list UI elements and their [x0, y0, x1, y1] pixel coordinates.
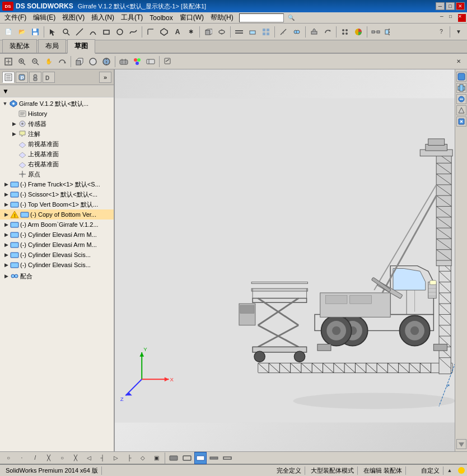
right-btn-4[interactable] [456, 105, 466, 115]
sketch-arc-tool[interactable] [87, 26, 99, 38]
menu-toolbox[interactable]: Toolbox [146, 13, 176, 22]
right-btn-bottom[interactable] [456, 439, 466, 449]
armboom-expand[interactable]: ▶ [2, 221, 10, 228]
bottom-btn-bar1[interactable] [208, 452, 220, 464]
save-button[interactable] [29, 26, 41, 38]
menu-window[interactable]: 窗口(W) [176, 12, 207, 23]
cyl4-expand[interactable]: ▶ [2, 261, 10, 269]
history-expand[interactable] [10, 110, 18, 118]
menu-search-input[interactable] [239, 13, 284, 22]
spline-tool[interactable] [127, 26, 139, 38]
section-view[interactable] [100, 55, 113, 68]
tree-root[interactable]: ▼ Girrafe V.1.2 默认<默认... [0, 99, 114, 109]
menu-tools[interactable]: 工具(T) [118, 12, 146, 23]
sketch-line-tool[interactable] [73, 26, 86, 38]
tree-front-plane[interactable]: 前视基准面 [0, 139, 114, 149]
root-expand[interactable]: ▼ [1, 100, 9, 108]
bottom-btn-x1[interactable]: ╳ [43, 452, 55, 464]
mates-expand[interactable]: ▶ [2, 272, 10, 280]
star-tool[interactable]: ✱ [185, 26, 197, 38]
bottom-btn-line[interactable]: / [29, 452, 41, 464]
property-manager-tab[interactable]: P [16, 72, 28, 83]
tree-item-cyl1[interactable]: ▶ (-) Cylinder Elevasi Arm M... [0, 230, 114, 240]
doc-restore-button[interactable]: □ [449, 14, 457, 22]
right-btn-2[interactable] [456, 83, 466, 93]
color-tool[interactable] [131, 55, 143, 68]
sketch-toolbar-btn[interactable] [162, 55, 174, 68]
close-button[interactable]: ✕ [456, 2, 465, 10]
menu-edit[interactable]: 编辑(E) [30, 12, 59, 23]
pattern-tool[interactable] [260, 26, 272, 38]
feature-manager-tab[interactable] [2, 72, 15, 83]
bottom-btn-h1[interactable]: ┤ [96, 452, 109, 464]
bottom-btn-circle2[interactable]: ○ [56, 452, 68, 464]
surface-tool[interactable] [246, 26, 259, 38]
doc-minimize-button[interactable]: ─ [440, 14, 448, 22]
cyl1-expand[interactable]: ▶ [2, 231, 10, 239]
circle-tool[interactable] [114, 26, 126, 38]
topvert-expand[interactable]: ▶ [2, 200, 10, 208]
frame-expand[interactable]: ▶ [2, 180, 10, 188]
copybot-expand[interactable]: ▶ [2, 211, 10, 218]
restore-button[interactable]: □ [446, 2, 455, 10]
tree-item-armboom[interactable]: ▶ (-) Arm Boom`Girrafe V.1.2... [0, 220, 114, 230]
bottom-btn-x2[interactable]: ╳ [69, 452, 82, 464]
right-plane-expand[interactable] [10, 160, 18, 168]
pie-chart-tool[interactable] [352, 26, 365, 38]
dimension-tool[interactable]: ↕ [277, 26, 289, 38]
bottom-btn-active[interactable] [194, 452, 207, 464]
tree-item-cyl2[interactable]: ▶ (-) Cylinder Elevasi Arm M... [0, 240, 114, 250]
bottom-btn-circle1[interactable]: ○ [2, 452, 15, 464]
tree-item-topvert[interactable]: ▶ (-) Top Vert Boom<1> 默认... [0, 199, 114, 209]
tree-top-plane[interactable]: 上视基准面 [0, 149, 114, 159]
view-settings[interactable] [144, 55, 157, 68]
menu-insert[interactable]: 插入(N) [88, 12, 118, 23]
new-button[interactable]: 📄 [2, 26, 15, 38]
bottom-btn-diamond[interactable]: ◇ [137, 452, 149, 464]
pan-tool[interactable]: ✋ [43, 55, 55, 68]
tab-sketch[interactable]: 草图 [67, 39, 95, 54]
section-view-tool[interactable] [383, 26, 395, 38]
right-btn-1[interactable] [456, 72, 466, 82]
sensors-expand[interactable]: ▶ [10, 120, 18, 128]
tab-layout[interactable]: 布局 [38, 39, 66, 53]
text-tool[interactable]: A [171, 26, 184, 38]
bottom-btn-tri-right[interactable]: ▷ [110, 452, 122, 464]
tree-item-scissor[interactable]: ▶ (-) Scissor<1> 默认<默认<... [0, 189, 114, 199]
3d-viewport[interactable]: ↗ Y X Z [115, 69, 455, 451]
panel-expand[interactable]: » [99, 72, 111, 83]
top-plane-expand[interactable] [10, 150, 18, 158]
origin-expand[interactable] [10, 170, 18, 178]
select-tool[interactable] [46, 26, 59, 38]
tree-history[interactable]: History [0, 109, 114, 119]
assembly-options[interactable] [339, 26, 351, 38]
status-expand[interactable]: ▲ [446, 466, 454, 474]
rotate-view[interactable] [56, 55, 68, 68]
right-btn-5[interactable] [456, 116, 466, 127]
fillet-tool[interactable] [144, 26, 157, 38]
bottom-btn-grid[interactable]: ▣ [150, 452, 162, 464]
zoom-in[interactable] [16, 55, 28, 68]
help-search[interactable]: ? [435, 26, 447, 38]
doc-close-button[interactable]: ✕ [458, 14, 466, 22]
hide-show-components[interactable] [118, 55, 130, 68]
dimxpert-tab[interactable]: D [43, 72, 55, 83]
minimize-button[interactable]: ─ [436, 2, 445, 10]
cut-tool[interactable] [233, 26, 245, 38]
tree-right-plane[interactable]: 右视基准面 [0, 159, 114, 169]
bottom-btn-bar2[interactable] [221, 452, 233, 464]
tab-assembly[interactable]: 装配体 [2, 39, 37, 53]
view-orientation[interactable] [73, 55, 86, 68]
bottom-btn-h2[interactable]: ├ [123, 452, 136, 464]
explode-tool[interactable] [370, 26, 382, 38]
tree-origin[interactable]: 原点 [0, 169, 114, 179]
menu-help[interactable]: 帮助(H) [207, 12, 237, 23]
scissor-expand[interactable]: ▶ [2, 190, 10, 198]
tree-mates[interactable]: ▶ 配合 [0, 271, 114, 281]
revolve-tool[interactable] [216, 26, 228, 38]
tree-item-cyl3[interactable]: ▶ (-) Cylinder Elevasi Scis... [0, 250, 114, 260]
polygon-tool[interactable] [158, 26, 170, 38]
open-button[interactable]: 📂 [16, 26, 28, 38]
rotate-component-tool[interactable] [321, 26, 334, 38]
menu-file[interactable]: 文件(F) [1, 12, 30, 23]
